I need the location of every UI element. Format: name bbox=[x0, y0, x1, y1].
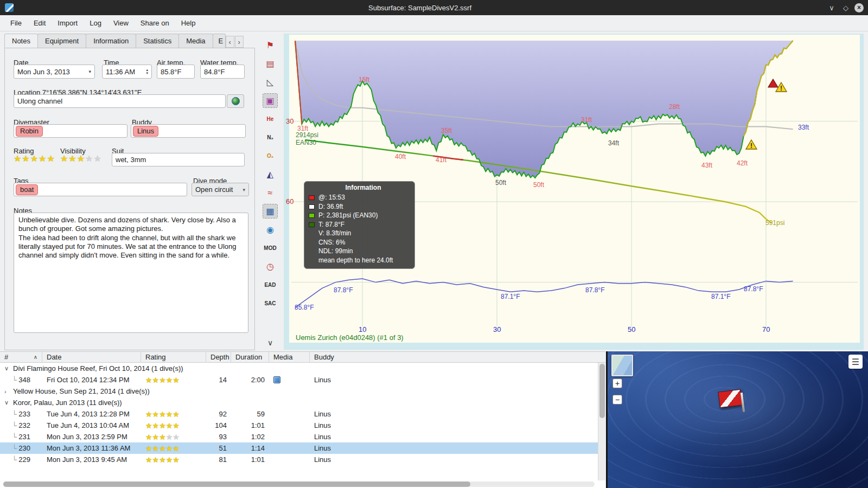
star-4[interactable]: ★ bbox=[166, 410, 173, 419]
menu-view[interactable]: View bbox=[107, 16, 135, 30]
star-1[interactable]: ★ bbox=[145, 376, 152, 384]
tab-statistics[interactable]: Statistics bbox=[136, 34, 179, 48]
tissues-icon[interactable]: ▤ bbox=[263, 56, 278, 71]
star-4[interactable]: ★ bbox=[166, 455, 173, 464]
divemaster-chip[interactable]: Robin bbox=[16, 126, 43, 137]
dive-row[interactable]: └229Mon Jun 3, 2013 9:45 AM★★★★★811:01Li… bbox=[0, 454, 598, 465]
star-1[interactable]: ★ bbox=[145, 433, 152, 441]
star-4[interactable]: ★ bbox=[166, 376, 173, 384]
map-menu-button[interactable]: ☰ bbox=[848, 355, 863, 369]
divemaster-input[interactable]: Robin bbox=[14, 124, 127, 138]
star-4[interactable]: ★ bbox=[39, 154, 47, 163]
scale-icon[interactable]: ◷ bbox=[263, 259, 278, 274]
star-1[interactable]: ★ bbox=[145, 421, 152, 430]
star-3[interactable]: ★ bbox=[159, 421, 166, 430]
visibility-stars[interactable]: ★★★★★ bbox=[60, 153, 102, 164]
star-5[interactable]: ★ bbox=[173, 376, 180, 384]
column-header-buddy[interactable]: Buddy bbox=[310, 352, 605, 363]
star-4[interactable]: ★ bbox=[166, 421, 173, 430]
nitrogen-graph-icon[interactable]: N₂ bbox=[263, 130, 278, 145]
edit-dive-site-button[interactable] bbox=[227, 94, 244, 108]
star-5[interactable]: ★ bbox=[47, 154, 55, 163]
vertical-scrollbar-thumb[interactable] bbox=[599, 364, 605, 418]
heartrate-icon[interactable]: ≈ bbox=[263, 185, 278, 200]
star-3[interactable]: ★ bbox=[159, 455, 166, 464]
helium-graph-icon[interactable]: He bbox=[263, 112, 278, 126]
tab-equipment[interactable]: Equipment bbox=[37, 34, 86, 48]
star-3[interactable]: ★ bbox=[159, 376, 166, 384]
star-3[interactable]: ★ bbox=[159, 410, 166, 419]
ruler-icon[interactable]: ◺ bbox=[263, 75, 278, 89]
trip-row[interactable]: ›Yellow House, Sun Sep 21, 2014 (1 dive(… bbox=[0, 386, 598, 397]
time-spinner[interactable]: ▴▾ bbox=[146, 68, 148, 75]
dive-profile-chart[interactable]: 306010305070!! Uemis Zurich (e04d0248) (… bbox=[284, 34, 864, 350]
vertical-scrollbar[interactable] bbox=[598, 363, 605, 480]
air-temp-input[interactable]: 85.8°F bbox=[157, 65, 195, 79]
star-2[interactable]: ★ bbox=[152, 433, 159, 441]
star-4[interactable]: ★ bbox=[166, 433, 173, 441]
water-temp-input[interactable]: 84.8°F bbox=[200, 65, 245, 79]
rating-stars[interactable]: ★★★★★ bbox=[14, 153, 55, 164]
toolbar-collapse-icon[interactable]: ∨ bbox=[263, 338, 278, 347]
dive-mode-select[interactable]: Open circuit ▾ bbox=[192, 183, 249, 196]
star-2[interactable]: ★ bbox=[152, 444, 159, 453]
column-header-depth[interactable]: Depth bbox=[206, 352, 231, 363]
date-input[interactable]: Mon Jun 3, 2013 ▾ bbox=[14, 65, 95, 79]
column-header-duration[interactable]: Duration bbox=[231, 352, 269, 363]
star-1[interactable]: ★ bbox=[145, 410, 152, 419]
dive-row[interactable]: └231Mon Jun 3, 2013 2:59 PM★★★★★931:02Li… bbox=[0, 431, 598, 442]
minimize-button[interactable]: ∨ bbox=[826, 2, 837, 13]
map-zoom-in-button[interactable]: + bbox=[612, 378, 622, 388]
tab-scroll-right-icon[interactable]: › bbox=[235, 36, 244, 48]
suit-input[interactable]: wet, 3mm bbox=[112, 153, 245, 166]
dive-site-marker[interactable] bbox=[719, 390, 751, 416]
tab-information[interactable]: Information bbox=[86, 34, 136, 48]
star-1[interactable]: ★ bbox=[60, 154, 68, 163]
star-1[interactable]: ★ bbox=[145, 444, 152, 453]
tab-e[interactable]: E bbox=[213, 34, 226, 48]
star-3[interactable]: ★ bbox=[159, 444, 166, 453]
horizontal-scrollbar[interactable] bbox=[3, 481, 595, 487]
star-2[interactable]: ★ bbox=[152, 410, 159, 419]
star-1[interactable]: ★ bbox=[14, 154, 22, 163]
tag-chip[interactable]: boat bbox=[16, 184, 38, 195]
star-5[interactable]: ★ bbox=[173, 421, 180, 430]
media-icon[interactable] bbox=[273, 376, 280, 383]
star-5[interactable]: ★ bbox=[173, 455, 180, 464]
star-5[interactable]: ★ bbox=[173, 433, 180, 441]
dive-mode-icon[interactable]: ⚑ bbox=[263, 38, 278, 53]
menu-edit[interactable]: Edit bbox=[28, 16, 52, 30]
star-2[interactable]: ★ bbox=[22, 154, 30, 163]
sac-icon[interactable]: SAC bbox=[263, 296, 278, 311]
notes-textarea[interactable]: Unbelievable dive. Dozens and dozens of … bbox=[14, 213, 248, 333]
map-overview-inset[interactable] bbox=[611, 355, 633, 376]
mod-icon[interactable]: MOD bbox=[263, 241, 278, 255]
horizontal-scrollbar-thumb[interactable] bbox=[3, 481, 470, 487]
show-pictures-icon[interactable]: ▣ bbox=[263, 93, 278, 108]
column-header-num[interactable]: #∧ bbox=[0, 352, 42, 363]
buddy-input[interactable]: Linus bbox=[131, 124, 246, 138]
dive-row[interactable]: └233Tue Jun 4, 2013 12:28 PM★★★★★9259Lin… bbox=[0, 408, 598, 420]
time-input[interactable]: 11:36 AM ▴▾ bbox=[102, 65, 152, 79]
close-button[interactable]: × bbox=[854, 3, 864, 12]
tags-input[interactable]: boat bbox=[14, 183, 187, 196]
column-header-rating[interactable]: Rating bbox=[141, 352, 206, 363]
dive-row[interactable]: └230Mon Jun 3, 2013 11:36 AM★★★★★511:14L… bbox=[0, 442, 598, 454]
menu-file[interactable]: File bbox=[4, 16, 28, 30]
menu-help[interactable]: Help bbox=[175, 16, 202, 30]
star-5[interactable]: ★ bbox=[173, 444, 180, 453]
tab-scroll-left-icon[interactable]: ‹ bbox=[226, 36, 234, 48]
trip-row[interactable]: ∨Divi Flamingo House Reef, Fri Oct 10, 2… bbox=[0, 363, 598, 374]
star-2[interactable]: ★ bbox=[68, 154, 76, 163]
tab-notes[interactable]: Notes bbox=[4, 34, 38, 48]
star-3[interactable]: ★ bbox=[77, 154, 85, 163]
salinity-icon[interactable]: ◉ bbox=[263, 222, 278, 237]
column-header-date[interactable]: Date bbox=[42, 352, 141, 363]
star-2[interactable]: ★ bbox=[152, 376, 159, 384]
star-4[interactable]: ★ bbox=[166, 444, 173, 453]
dive-row[interactable]: └348Fri Oct 10, 2014 12:34 PM★★★★★142:00… bbox=[0, 374, 598, 386]
location-input[interactable]: Ulong channel bbox=[14, 94, 226, 108]
column-header-media[interactable]: Media bbox=[269, 352, 310, 363]
maximize-button[interactable]: ◇ bbox=[840, 2, 851, 13]
star-3[interactable]: ★ bbox=[30, 154, 39, 163]
